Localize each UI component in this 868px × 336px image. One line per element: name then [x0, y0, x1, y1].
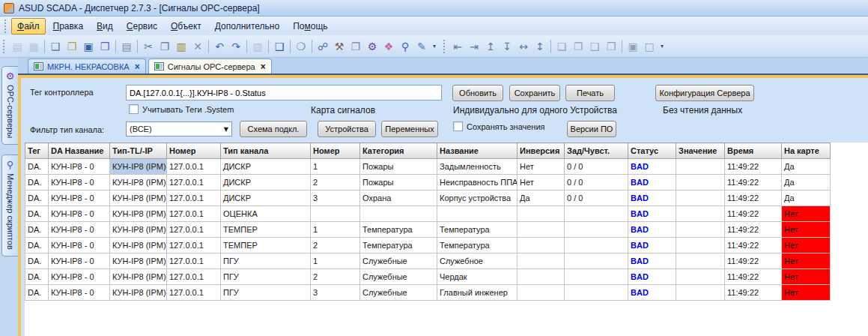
table-cell[interactable]: Температура [437, 222, 518, 238]
table-cell[interactable]: КУН-IP8 (IPM) [110, 206, 167, 222]
table-cell[interactable]: ПГУ [221, 254, 311, 269]
table-cell[interactable]: BAD [628, 159, 676, 175]
toolbar-overflow-button[interactable]: ▾ [430, 38, 439, 55]
open-folder-icon[interactable]: ❒ [64, 38, 80, 55]
menu-item[interactable]: Объект [165, 18, 207, 34]
table-cell[interactable]: 2 [311, 238, 360, 254]
table-cell[interactable] [360, 206, 437, 222]
menu-item[interactable]: Дополнительно [209, 18, 285, 34]
table-cell[interactable]: Нет [782, 269, 831, 285]
table-cell[interactable]: КУН-IP8 - 0 [49, 222, 110, 238]
table-cell[interactable]: 127.0.0.1 [167, 285, 221, 301]
table-cell[interactable]: DA. [25, 206, 49, 222]
table-cell[interactable] [518, 222, 565, 238]
table-cell[interactable] [437, 206, 518, 222]
layers-icon[interactable]: ❖ [380, 38, 397, 55]
table-cell[interactable]: DA. [25, 222, 49, 238]
header-cell[interactable]: Значение [676, 143, 725, 159]
table-cell[interactable] [676, 285, 725, 301]
table-cell[interactable] [565, 269, 628, 285]
menu-item[interactable]: Вид [91, 18, 119, 34]
table-cell[interactable] [565, 238, 628, 254]
save-all-icon[interactable]: ❒ [97, 38, 113, 55]
table-cell[interactable]: DA. [25, 285, 49, 301]
table-cell[interactable]: Да [782, 175, 831, 190]
table-cell[interactable]: BAD [628, 222, 676, 238]
table-cell[interactable]: Нет [782, 285, 831, 301]
table-cell[interactable]: Нет [782, 254, 831, 269]
table-cell[interactable]: ТЕМПЕР [221, 222, 311, 238]
table-cell[interactable]: BAD [628, 206, 676, 222]
gears-icon[interactable]: ⚙ [364, 38, 380, 55]
table-cell[interactable] [565, 222, 628, 238]
header-cell[interactable]: Инверсия [518, 143, 565, 159]
menu-item[interactable]: Сервис [121, 18, 163, 34]
table-cell[interactable]: 11:49:22 [725, 269, 782, 285]
align-top-icon[interactable]: ↥ [482, 38, 499, 55]
send-backward-icon[interactable]: ❒ [603, 38, 619, 55]
table-cell[interactable] [518, 285, 565, 301]
table-cell[interactable]: Пожары [360, 159, 437, 175]
new-document-icon[interactable]: ❏ [47, 38, 64, 55]
table-cell[interactable]: BAD [628, 269, 676, 285]
table-cell[interactable]: DA. [25, 159, 49, 175]
print-icon[interactable]: ▤ [118, 38, 135, 55]
table-cell[interactable]: КУН-IP8 (IPM) [110, 159, 167, 175]
table-cell[interactable] [311, 206, 360, 222]
document-tab[interactable]: Сигналы OPC-сервера× [148, 58, 272, 74]
table-cell[interactable]: Задымленность [437, 159, 518, 175]
table-cell[interactable]: 11:49:22 [725, 285, 782, 301]
topology-icon[interactable]: ☍ [315, 38, 331, 55]
table-cell[interactable]: DA. [25, 254, 49, 269]
table-cell[interactable]: ДИСКР [221, 159, 311, 175]
table-cell[interactable]: Температура [437, 238, 518, 254]
table-cell[interactable]: Да [782, 190, 831, 206]
delete-icon[interactable]: ✕ [189, 38, 206, 55]
table-cell[interactable]: КУН-IP8 - 0 [49, 206, 110, 222]
table-cell[interactable]: 127.0.0.1 [167, 206, 221, 222]
table-cell[interactable]: 3 [311, 285, 360, 301]
table-cell[interactable] [676, 254, 725, 269]
table-cell[interactable]: КУН-IP8 - 0 [49, 269, 110, 285]
header-cell[interactable]: Название [437, 143, 518, 159]
table-cell[interactable] [518, 254, 565, 269]
table-cell[interactable]: Нет [518, 159, 565, 175]
table-cell[interactable]: КУН-IP8 (IPM) [110, 190, 167, 206]
table-cell[interactable]: КУН-IP8 (IPM) [110, 254, 167, 269]
table-cell[interactable]: 1 [311, 254, 360, 269]
cut-icon[interactable]: ✂ [140, 38, 157, 55]
variables-button[interactable]: Переменных [381, 121, 438, 137]
table-cell[interactable]: КУН-IP8 (IPM) [110, 238, 167, 254]
table-cell[interactable]: 0 / 0 [565, 190, 628, 206]
table-cell[interactable] [518, 238, 565, 254]
tab-close-icon[interactable]: × [261, 62, 266, 72]
table-cell[interactable]: 127.0.0.1 [167, 254, 221, 269]
table-cell[interactable]: Нет [518, 175, 565, 190]
table-cell[interactable]: ТЕМПЕР [221, 238, 311, 254]
save-icon[interactable]: ▣ [80, 38, 97, 55]
table-cell[interactable]: Нет [782, 206, 831, 222]
ungroup-icon[interactable]: □ [641, 38, 658, 55]
table-cell[interactable]: КУН-IP8 (IPM) [110, 175, 167, 190]
center-horizontal-icon[interactable]: ↔ [515, 38, 532, 55]
table-cell[interactable]: 11:49:22 [725, 254, 782, 269]
system-tags-checkbox[interactable] [129, 104, 139, 114]
menu-item[interactable]: Файл [11, 18, 46, 34]
table-cell[interactable]: 11:49:22 [725, 175, 782, 190]
table-cell[interactable]: 127.0.0.1 [167, 222, 221, 238]
search-icon[interactable]: ⚲ [397, 38, 413, 55]
table-cell[interactable]: 2 [311, 175, 360, 190]
table-cell[interactable]: Охрана [360, 190, 437, 206]
paste-icon[interactable]: ▥ [173, 38, 189, 55]
table-cell[interactable]: КУН-IP8 - 0 [49, 254, 110, 269]
menubar-grip[interactable] [4, 20, 7, 33]
header-cell[interactable]: Время [725, 143, 782, 159]
table-cell[interactable] [676, 222, 725, 238]
table-cell[interactable]: 127.0.0.1 [167, 159, 221, 175]
align-bottom-icon[interactable]: ↧ [499, 38, 515, 55]
table-cell[interactable]: КУН-IP8 - 0 [49, 175, 110, 190]
table-cell[interactable] [676, 190, 725, 206]
sidebar-tab[interactable]: ⚲Менеджер скриптов [1, 154, 18, 256]
table-cell[interactable]: 11:49:22 [725, 238, 782, 254]
table-cell[interactable] [565, 285, 628, 301]
